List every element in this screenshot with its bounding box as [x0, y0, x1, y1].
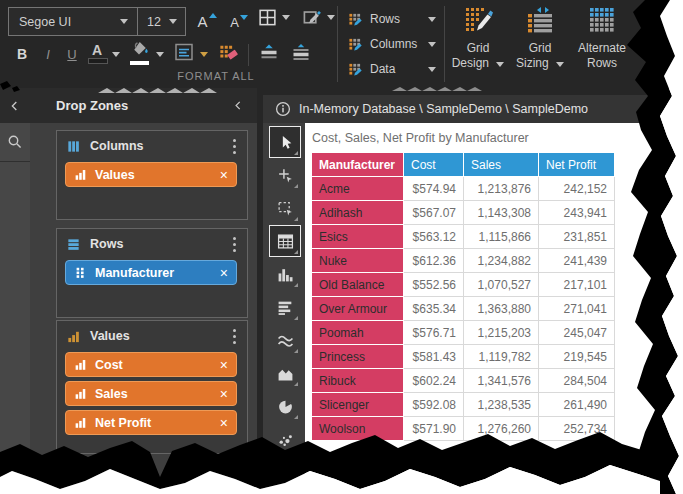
value-cell: $592.08 [404, 393, 464, 417]
grid-sizing-icon [525, 5, 555, 35]
table-row: Ribuck$602.241,341,576284,504 [312, 369, 615, 393]
dimension-icon [74, 266, 87, 279]
tool-scatter-plot[interactable] [270, 424, 300, 454]
frame-fill-button[interactable] [302, 8, 335, 27]
borders-button[interactable] [258, 8, 290, 27]
kebab-menu-icon[interactable] [231, 325, 238, 347]
dropzones-header: Drop Zones [30, 88, 257, 123]
search-button[interactable] [0, 123, 30, 162]
cut-off-button[interactable]: M [628, 5, 678, 54]
chevron-down-icon [169, 19, 177, 24]
pill-net-profit[interactable]: Net Profit × [65, 410, 237, 435]
remove-icon[interactable]: × [220, 358, 228, 372]
row-caret-up-icon [258, 42, 280, 62]
remove-icon[interactable]: × [220, 168, 228, 182]
tool-table-grid[interactable] [269, 225, 301, 257]
pie-chart [277, 398, 294, 415]
pill-sales[interactable]: Sales × [65, 381, 237, 406]
alignment-button[interactable] [174, 42, 194, 62]
tool-pie-chart[interactable] [270, 391, 300, 421]
kebab-menu-icon[interactable] [231, 233, 238, 255]
value-cell: 252,734 [539, 417, 615, 441]
paint-bucket-icon [130, 40, 150, 58]
tool-point-select[interactable] [270, 160, 300, 190]
tool-line-chart[interactable] [270, 325, 300, 355]
column-header-sales: Sales [464, 153, 539, 177]
grid-design-button[interactable]: Grid Design [449, 5, 507, 71]
underline-button[interactable]: U [62, 42, 82, 66]
search-icon [7, 134, 23, 150]
table-row: Slicenger$592.081,238,535261,490 [312, 393, 615, 417]
tool-pointer[interactable] [269, 126, 301, 158]
remove-icon[interactable]: × [220, 387, 228, 401]
design-canvas: Cost, Sales, Net Profit by Manufacturer … [305, 123, 683, 494]
font-color-dropdown[interactable] [112, 52, 120, 57]
breadcrumb: In-Memory Database \ SampleDemo \ Sample… [299, 102, 588, 116]
lasso-select [277, 200, 294, 217]
value-cell: $612.36 [404, 249, 464, 273]
value-cell: $563.12 [404, 225, 464, 249]
kebab-menu-icon[interactable] [231, 135, 238, 157]
fill-color-button[interactable] [130, 40, 150, 65]
increase-font-button[interactable]: A [194, 9, 220, 33]
row-top-button[interactable] [258, 42, 280, 62]
pill-values[interactable]: Values × [65, 162, 237, 187]
font-family-value: Segoe UI [9, 15, 120, 29]
italic-button[interactable]: I [38, 42, 58, 66]
value-cell: 261,490 [539, 393, 615, 417]
grid-sizing-label2: Sizing [516, 56, 549, 70]
pill-manufacturer[interactable]: Manufacturer × [65, 260, 237, 285]
value-cell: 1,341,576 [464, 369, 539, 393]
chevron-down-icon [428, 17, 436, 22]
remove-icon[interactable]: × [220, 416, 228, 430]
letter-a: A [197, 13, 207, 30]
font-color-swatch [88, 58, 108, 64]
grid-sizing-button[interactable]: Grid Sizing [511, 5, 569, 71]
group-divider [337, 6, 338, 82]
dropzone-label: Values [90, 329, 222, 343]
data-format-button[interactable]: Data [348, 57, 436, 81]
alignment-dropdown[interactable] [200, 52, 208, 57]
column-header-net-profit: Net Profit [539, 153, 615, 177]
row-label-cell: Nuke [312, 249, 404, 273]
value-cell: 1,119,782 [464, 345, 539, 369]
grid-design-icon [463, 5, 493, 35]
font-family-select[interactable]: Segoe UI [9, 8, 137, 35]
collapse-panel-icon[interactable] [232, 99, 245, 112]
bold-button[interactable]: B [12, 42, 32, 66]
collapse-left-icon[interactable] [8, 99, 22, 113]
pill-label: Sales [95, 387, 212, 401]
remove-icon[interactable]: × [220, 266, 228, 280]
row-bottom-button[interactable] [290, 42, 312, 62]
tool-horizontal-bars[interactable] [270, 292, 300, 322]
font-size-select[interactable]: 12 [138, 8, 184, 35]
row-label-cell: Princess [312, 345, 404, 369]
table-row: Over Armour$635.341,363,880271,041 [312, 297, 615, 321]
tool-area-chart[interactable] [270, 358, 300, 388]
alternate-rows-button[interactable]: Alternate Rows [573, 5, 631, 71]
row-label-cell: Adihash [312, 201, 404, 225]
clear-formatting-button[interactable] [218, 42, 239, 62]
tool-bar-chart[interactable] [270, 259, 300, 289]
font-color-letter: A [88, 42, 106, 58]
pill-label: Net Profit [95, 416, 212, 430]
value-cell: 1,213,876 [464, 177, 539, 201]
font-color-button[interactable]: A [88, 42, 108, 64]
pill-cost[interactable]: Cost × [65, 352, 237, 377]
tool-lasso-select[interactable] [270, 193, 300, 223]
rows-format-button[interactable]: Rows [348, 7, 436, 31]
decrease-font-button[interactable]: A [226, 11, 252, 33]
fill-color-dropdown[interactable] [156, 52, 164, 57]
dropzone-values: Values Cost × Sales × Net Profit × [56, 320, 248, 454]
value-cell: $635.34 [404, 297, 464, 321]
value-cell: $602.24 [404, 369, 464, 393]
value-cell: $571.90 [404, 417, 464, 441]
grid-paint-icon [348, 37, 363, 52]
ribbon-group-label: FORMAT ALL [126, 70, 306, 82]
columns-format-button[interactable]: Columns [348, 32, 436, 56]
row-label-cell: Slicenger [312, 393, 404, 417]
rows-format-label: Rows [370, 12, 421, 26]
letter-a: A [230, 15, 239, 30]
pill-label: Cost [95, 358, 212, 372]
value-cell: 1,115,866 [464, 225, 539, 249]
